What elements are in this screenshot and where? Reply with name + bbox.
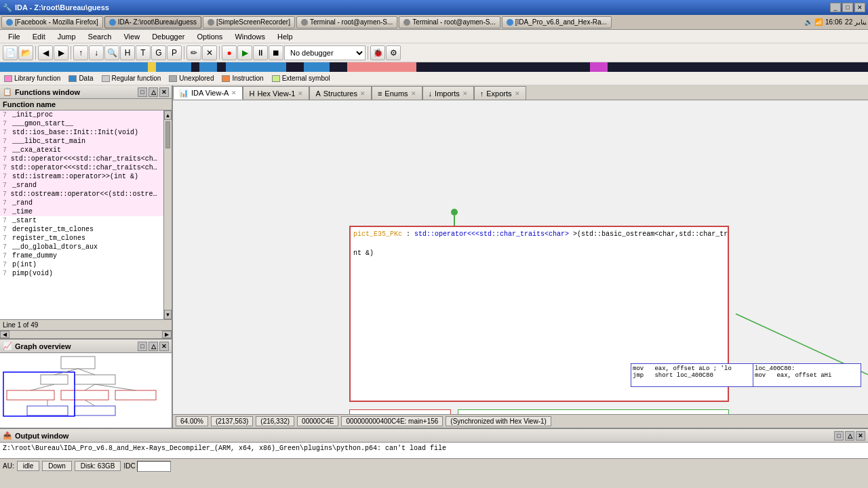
- taskbar-item-firefox[interactable]: [Facebook - Mozilla Firefox]: [1, 16, 103, 28]
- titlebar-controls[interactable]: _ □ ✕: [830, 3, 865, 12]
- panel-close-button[interactable]: ✕: [159, 87, 169, 97]
- tab-export-close[interactable]: ✕: [515, 90, 520, 97]
- small-block-left[interactable]: [349, 409, 451, 414]
- menu-edit[interactable]: Edit: [27, 31, 51, 42]
- tab-structures[interactable]: A Structures ✕: [309, 86, 371, 100]
- graph-canvas[interactable]: [0, 353, 172, 428]
- debugger-dropdown[interactable]: No debugger: [284, 45, 366, 60]
- tb-run[interactable]: ▶: [237, 45, 252, 60]
- menu-view[interactable]: View: [118, 31, 145, 42]
- list-item[interactable]: 7std::ostream::operator<<(std::ostream &…: [0, 190, 163, 199]
- menu-options[interactable]: Options: [191, 31, 228, 42]
- tab-hex-view[interactable]: H Hex View-1 ✕: [243, 86, 309, 100]
- tab-exports[interactable]: ↑ Exports ✕: [474, 86, 526, 100]
- minimize-button[interactable]: _: [830, 3, 841, 12]
- scroll-thumb[interactable]: [165, 121, 170, 148]
- taskbar-item-recorder[interactable]: [SimpleScreenRecorder]: [203, 16, 295, 28]
- output-close-button[interactable]: ✕: [856, 431, 865, 441]
- tab-enum-close[interactable]: ✕: [411, 90, 416, 97]
- new-button[interactable]: 📄: [3, 45, 18, 60]
- svg-rect-1: [41, 375, 68, 384]
- panel-maximize-button[interactable]: △: [149, 87, 158, 97]
- panel-restore-button[interactable]: □: [138, 87, 147, 97]
- menu-jump[interactable]: Jump: [52, 31, 81, 42]
- list-item[interactable]: 7_rand: [0, 199, 163, 207]
- tb-text[interactable]: T: [136, 45, 151, 60]
- tab-import-close[interactable]: ✕: [462, 90, 468, 97]
- hscroll-right[interactable]: ▶: [162, 331, 172, 338]
- taskbar-item-terminal1[interactable]: Terminal - root@aymen-S...: [296, 16, 397, 28]
- menu-windows[interactable]: Windows: [229, 31, 271, 42]
- maximize-button[interactable]: □: [842, 3, 853, 12]
- funclist-hscrollbar[interactable]: ◀ ▶: [0, 330, 172, 338]
- output-maximize-button[interactable]: △: [845, 431, 854, 441]
- scroll-up[interactable]: ▲: [164, 110, 172, 120]
- tb-up[interactable]: ↑: [73, 45, 88, 60]
- menubar: File Edit Jump Search View Debugger Opti…: [0, 30, 868, 43]
- list-item[interactable]: 7_init_proc: [0, 110, 163, 119]
- list-item[interactable]: 7pimp(void): [0, 269, 163, 278]
- list-item[interactable]: 7___gmon_start__: [0, 119, 163, 128]
- tb-breakpoint[interactable]: ●: [222, 45, 237, 60]
- back-button[interactable]: ◀: [38, 45, 53, 60]
- taskbar-item-ida[interactable]: IDA- Z:\root\Bureau\guess: [104, 16, 201, 28]
- list-item[interactable]: 7_srand: [0, 181, 163, 190]
- idc-input-area: IDC: [123, 461, 170, 472]
- taskbar-item-terminal2[interactable]: Terminal - root@aymen-S...: [399, 16, 500, 28]
- tb-stop[interactable]: ⏹: [269, 45, 283, 60]
- graph-restore-button[interactable]: □: [138, 342, 147, 351]
- open-button[interactable]: 📂: [18, 45, 33, 60]
- tb-pause[interactable]: ⏸: [253, 45, 268, 60]
- list-item[interactable]: 7_start: [0, 216, 163, 225]
- tb-graph[interactable]: G: [151, 45, 166, 60]
- idc-input[interactable]: [137, 461, 171, 472]
- list-item[interactable]: 7std::istream::operator>>(int &): [0, 172, 163, 181]
- list-item[interactable]: 7___libc_start_main: [0, 137, 163, 146]
- tab-struct-close[interactable]: ✕: [360, 90, 366, 97]
- menu-search[interactable]: Search: [83, 31, 117, 42]
- list-item[interactable]: 7frame_dummy: [0, 251, 163, 260]
- list-item[interactable]: 7__do_global_dtors_aux: [0, 243, 163, 251]
- close-button[interactable]: ✕: [854, 3, 865, 12]
- menu-file[interactable]: File: [3, 31, 26, 42]
- blue-code-line: loc_400C80:: [755, 365, 859, 372]
- function-list-container[interactable]: 7_init_proc 7___gmon_start__ 7std::ios_b…: [0, 110, 172, 319]
- ida-view[interactable]: pict_E35_PKc : std::operator<<<std::char…: [173, 100, 868, 414]
- tab-hex-close[interactable]: ✕: [298, 90, 303, 97]
- list-item[interactable]: 7deregister_tm_clones: [0, 225, 163, 234]
- tb-debug2[interactable]: ⚙: [386, 45, 401, 60]
- list-item[interactable]: 7register_tm_clones: [0, 234, 163, 243]
- list-item[interactable]: 7_time: [0, 207, 163, 216]
- hscroll-left[interactable]: ◀: [0, 331, 9, 338]
- tb-hex[interactable]: H: [120, 45, 135, 60]
- list-item[interactable]: 7p(int): [0, 260, 163, 269]
- scroll-down[interactable]: ▼: [164, 310, 172, 319]
- menu-debugger[interactable]: Debugger: [146, 31, 190, 42]
- tb-down[interactable]: ↓: [89, 45, 104, 60]
- funclist-scrollbar[interactable]: ▲ ▼: [163, 110, 172, 319]
- graph-close-button[interactable]: ✕: [159, 342, 169, 351]
- tb-proximity[interactable]: P: [167, 45, 182, 60]
- list-item[interactable]: 7std::operator<<<std::char_traits<char>>…: [0, 163, 163, 172]
- tb-search[interactable]: 🔍: [104, 45, 119, 60]
- svg-line-13: [95, 384, 136, 390]
- tab-ida-close[interactable]: ✕: [231, 89, 237, 96]
- small-block-center[interactable]: [458, 409, 729, 414]
- menu-help[interactable]: Help: [272, 31, 298, 42]
- output-restore-button[interactable]: □: [834, 431, 844, 441]
- tb-patch[interactable]: ✏: [186, 45, 201, 60]
- list-item[interactable]: 7std::operator<<<std::char_traits<char>>…: [0, 155, 163, 163]
- taskbar-item-idapro[interactable]: [IDA_Pro_v6.8_and_Hex-Ra...: [502, 16, 612, 28]
- tab-enums[interactable]: ≡ Enums ✕: [372, 86, 422, 100]
- list-item[interactable]: 7std::ios_base::Init::Init(void): [0, 128, 163, 137]
- tb-debug1[interactable]: 🐞: [370, 45, 385, 60]
- tab-ida-view[interactable]: 📊 IDA View-A ✕: [173, 86, 243, 100]
- tab-imports[interactable]: ↓ Imports ✕: [422, 86, 474, 100]
- seg5: [199, 62, 217, 72]
- tb-cross[interactable]: ✕: [202, 45, 217, 60]
- list-item[interactable]: 7__cxa_atexit: [0, 146, 163, 155]
- graph-maximize-button[interactable]: △: [149, 342, 158, 351]
- forward-button[interactable]: ▶: [54, 45, 68, 60]
- disk-status: Disk: 63GB: [75, 461, 121, 471]
- blue-block-right[interactable]: loc_400C80: mov eax, offset aHi: [753, 363, 861, 387]
